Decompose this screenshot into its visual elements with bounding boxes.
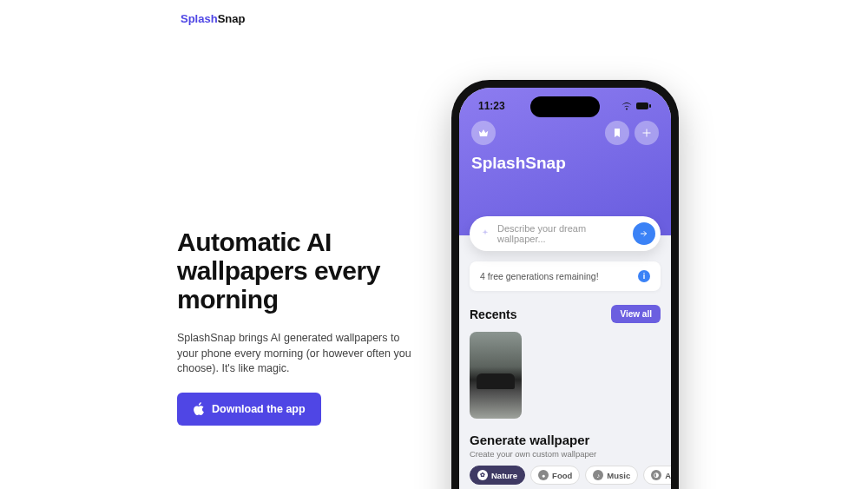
hero-title: Automatic AI wallpapers every morning bbox=[177, 228, 437, 314]
recent-wallpaper-thumb[interactable] bbox=[470, 332, 522, 419]
music-icon: ♪ bbox=[593, 470, 603, 480]
crown-icon bbox=[477, 127, 490, 139]
sparkle-icon bbox=[480, 228, 490, 239]
svg-rect-1 bbox=[649, 104, 651, 108]
app-title: SplashSnap bbox=[471, 154, 659, 173]
search-placeholder: Describe your dream wallpaper... bbox=[497, 223, 626, 244]
crown-button[interactable] bbox=[471, 121, 496, 145]
chip-nature[interactable]: ✿ Nature bbox=[470, 466, 525, 485]
phone-mockup: 11:23 SplashSnap bbox=[451, 80, 679, 489]
chip-abstract[interactable]: ◑ Abstract bbox=[643, 466, 671, 485]
leaf-icon: ✿ bbox=[477, 470, 488, 480]
site-logo[interactable]: SplashSnap bbox=[181, 12, 245, 25]
abstract-icon: ◑ bbox=[651, 470, 661, 480]
info-icon[interactable]: i bbox=[638, 270, 650, 282]
food-icon: ● bbox=[538, 470, 549, 480]
logo-right: Snap bbox=[218, 12, 246, 25]
logo-left: Splash bbox=[181, 12, 218, 25]
wifi-icon bbox=[621, 102, 633, 110]
chip-label: Abstract bbox=[665, 471, 671, 480]
generation-notice-text: 4 free generations remaining! bbox=[480, 271, 599, 281]
plus-icon bbox=[641, 128, 652, 138]
generation-notice: 4 free generations remaining! i bbox=[470, 261, 661, 291]
battery-icon bbox=[636, 102, 652, 110]
generate-subheading: Create your own custom wallpaper bbox=[470, 449, 661, 459]
chip-label: Nature bbox=[491, 471, 517, 480]
chip-label: Music bbox=[607, 471, 630, 480]
phone-notch bbox=[530, 96, 600, 117]
bookmark-button[interactable] bbox=[605, 121, 629, 145]
app-body: 4 free generations remaining! i Recents … bbox=[459, 235, 671, 489]
hero-section: Automatic AI wallpapers every morning Sp… bbox=[177, 228, 437, 426]
arrow-right-icon bbox=[639, 228, 649, 239]
category-chips: ✿ Nature ● Food ♪ Music ◑ Abstract bbox=[470, 466, 661, 485]
bookmark-icon bbox=[612, 128, 622, 138]
chip-music[interactable]: ♪ Music bbox=[585, 466, 638, 485]
status-time: 11:23 bbox=[478, 100, 505, 112]
phone-screen: 11:23 SplashSnap bbox=[459, 88, 671, 489]
search-submit-button[interactable] bbox=[633, 222, 655, 245]
hero-subtitle: SplashSnap brings AI generated wallpaper… bbox=[177, 331, 420, 377]
recents-heading: Recents bbox=[470, 307, 516, 321]
apple-icon bbox=[193, 402, 205, 416]
download-app-label: Download the app bbox=[212, 403, 306, 415]
status-indicators bbox=[621, 102, 652, 110]
chip-food[interactable]: ● Food bbox=[530, 466, 580, 485]
search-input[interactable]: Describe your dream wallpaper... bbox=[470, 216, 661, 251]
add-button[interactable] bbox=[635, 121, 659, 145]
chip-label: Food bbox=[552, 471, 572, 480]
svg-rect-0 bbox=[636, 102, 648, 109]
generate-heading: Generate wallpaper bbox=[470, 433, 661, 447]
download-app-button[interactable]: Download the app bbox=[177, 393, 321, 426]
view-all-button[interactable]: View all bbox=[611, 305, 661, 323]
